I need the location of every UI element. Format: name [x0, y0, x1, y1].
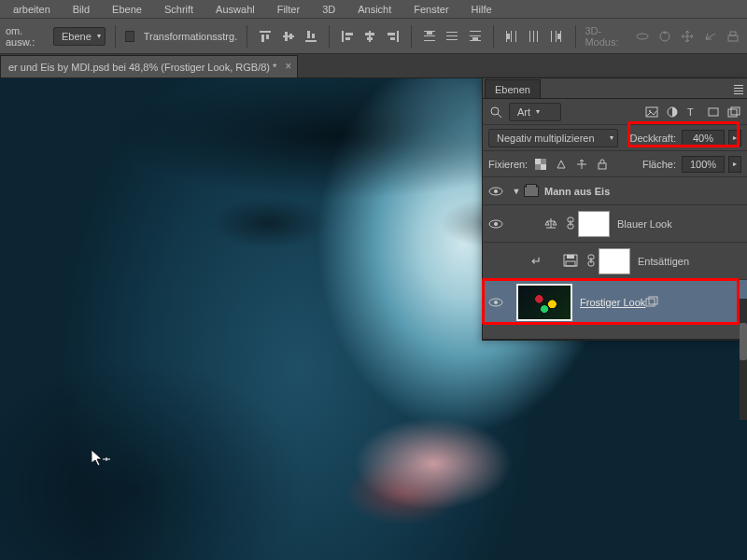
svg-rect-26 [470, 35, 481, 36]
distribute-right-icon[interactable] [548, 26, 565, 47]
align-horizontal-centers-icon[interactable] [361, 26, 378, 47]
smart-object-badge-icon [645, 296, 658, 309]
save-adjustment-icon [563, 254, 584, 269]
mask-thumbnail[interactable] [578, 211, 610, 237]
menu-3d[interactable]: 3D [313, 2, 345, 17]
visibility-toggle-icon[interactable] [488, 297, 503, 308]
lock-pixels-icon[interactable] [554, 157, 569, 172]
svg-rect-50 [709, 108, 718, 116]
layer-row[interactable]: Blauer Look [483, 205, 747, 243]
transform-controls-checkbox[interactable] [125, 31, 134, 42]
scrollbar-thumb[interactable] [740, 323, 747, 360]
menu-bar: arbeiten Bild Ebene Schrift Auswahl Filt… [0, 0, 747, 19]
layer-row-selected[interactable]: Frostiger Look [483, 280, 747, 325]
distribute-bottom-icon[interactable] [466, 26, 483, 47]
opacity-stepper[interactable]: ▸ [728, 130, 741, 147]
visibility-toggle-icon[interactable] [488, 218, 503, 230]
layer-scrollbar[interactable] [740, 299, 747, 420]
fill-value[interactable]: 100% [682, 156, 725, 173]
menu-type[interactable]: Schrift [155, 2, 203, 17]
opacity-value[interactable]: 40% [682, 130, 725, 147]
filter-type-layer-icon[interactable]: T [685, 105, 700, 119]
svg-rect-23 [446, 35, 458, 36]
distribute-left-icon[interactable] [503, 26, 520, 47]
group-name[interactable]: Mann aus Eis [544, 186, 610, 197]
align-bottom-edges-icon[interactable] [303, 26, 319, 47]
filter-adjustment-icon[interactable] [665, 105, 680, 119]
layer-list: ▼ Mann aus Eis Blauer Look ↵ Entsättigen [483, 177, 747, 340]
panel-tab-layers[interactable]: Ebenen [485, 79, 541, 98]
svg-rect-8 [312, 34, 315, 38]
svg-point-60 [494, 222, 498, 226]
filter-smartobject-icon[interactable] [726, 105, 741, 119]
link-icon[interactable] [563, 217, 578, 231]
auto-select-value: Ebene [62, 31, 92, 42]
layer-row-partial[interactable] [483, 325, 747, 340]
distribute-hcenter-icon[interactable] [526, 26, 543, 47]
align-vertical-centers-icon[interactable] [279, 26, 296, 47]
panel-menu-icon[interactable] [734, 81, 743, 98]
align-top-edges-icon[interactable] [257, 26, 274, 47]
layer-name[interactable]: Entsättigen [638, 256, 689, 267]
svg-rect-51 [728, 109, 737, 117]
3d-orbit-icon[interactable] [633, 26, 650, 47]
blend-mode-dropdown[interactable]: Negativ multiplizieren▾ [488, 129, 618, 147]
menu-filter[interactable]: Filter [268, 2, 309, 17]
separator [493, 25, 494, 48]
layer-name[interactable]: Blauer Look [617, 218, 672, 230]
svg-rect-6 [305, 40, 317, 42]
svg-rect-15 [397, 31, 399, 42]
svg-point-71 [494, 301, 498, 304]
svg-rect-55 [541, 164, 546, 170]
filter-type-dropdown[interactable]: Art▾ [509, 103, 561, 121]
menu-select[interactable]: Auswahl [206, 2, 264, 17]
menu-layer[interactable]: Ebene [103, 2, 151, 17]
3d-roll-icon[interactable] [656, 26, 673, 47]
distribute-vcenter-icon[interactable] [444, 26, 460, 47]
3d-scale-icon[interactable] [725, 26, 741, 47]
layer-thumbnail[interactable] [516, 284, 572, 321]
menu-edit[interactable]: arbeiten [4, 2, 60, 17]
distribute-top-icon[interactable] [421, 26, 438, 47]
svg-rect-38 [560, 31, 561, 42]
svg-rect-32 [507, 34, 510, 39]
svg-rect-31 [515, 31, 516, 42]
svg-rect-19 [424, 35, 435, 36]
menu-window[interactable]: Fenster [404, 2, 458, 17]
svg-rect-24 [446, 39, 458, 40]
auto-select-dropdown[interactable]: Ebene ▾ [53, 27, 106, 46]
filter-pixel-icon[interactable] [644, 105, 659, 119]
svg-point-58 [494, 189, 498, 193]
close-tab-icon[interactable]: × [285, 60, 291, 73]
link-icon[interactable] [584, 254, 599, 269]
panel-tab-label: Ebenen [495, 84, 530, 95]
svg-rect-5 [289, 34, 292, 39]
fill-stepper[interactable]: ▸ [728, 156, 741, 173]
svg-rect-14 [367, 37, 373, 40]
menu-view[interactable]: Ansicht [348, 2, 401, 17]
document-tab[interactable]: er und Eis by MDI.psd bei 48,8% (Frostig… [0, 55, 298, 77]
search-icon[interactable] [488, 105, 503, 119]
layer-name[interactable]: Frostiger Look [580, 297, 645, 308]
mask-thumbnail[interactable] [599, 248, 630, 274]
lock-position-icon[interactable] [574, 157, 589, 172]
group-collapse-icon[interactable]: ▼ [509, 187, 524, 196]
layer-group-row[interactable]: ▼ Mann aus Eis [483, 177, 747, 205]
lock-transparency-icon[interactable] [533, 157, 548, 172]
align-left-edges-icon[interactable] [339, 26, 356, 47]
svg-rect-72 [646, 299, 655, 306]
align-right-edges-icon[interactable] [385, 26, 402, 47]
lock-all-icon[interactable] [595, 157, 610, 172]
3d-slide-icon[interactable] [701, 26, 718, 47]
svg-rect-17 [390, 37, 395, 40]
menu-help[interactable]: Hilfe [462, 2, 501, 17]
3d-pan-icon[interactable] [679, 26, 696, 47]
filter-shape-icon[interactable] [706, 105, 721, 119]
fill-label: Fläche: [642, 159, 676, 170]
opacity-field[interactable]: 40% ▸ [682, 130, 741, 147]
layer-row[interactable]: ↵ Entsättigen [483, 243, 747, 280]
visibility-toggle-icon[interactable] [488, 186, 503, 197]
fill-field[interactable]: 100% ▸ [682, 156, 741, 173]
menu-image[interactable]: Bild [63, 2, 99, 17]
folder-icon [524, 186, 539, 197]
